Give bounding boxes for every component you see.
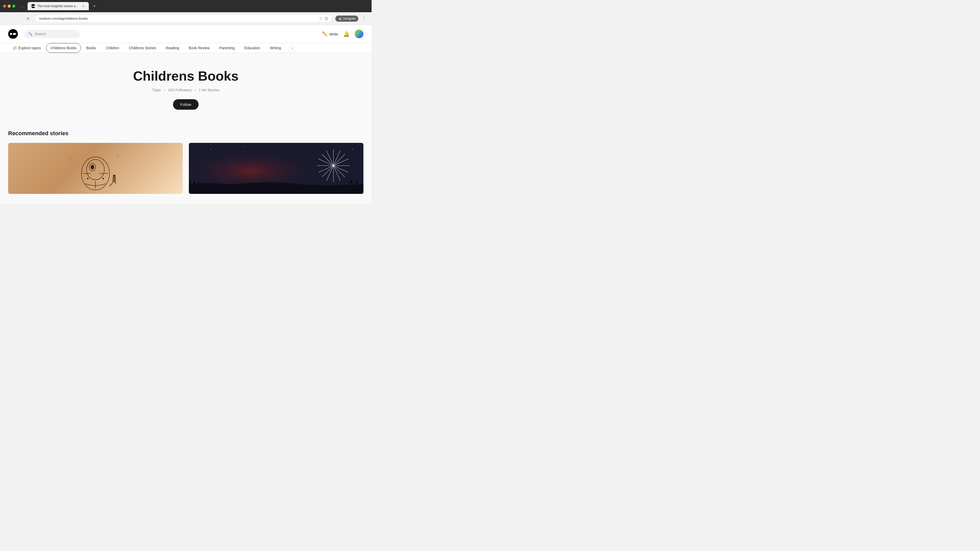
svg-point-4 [91, 165, 94, 169]
svg-point-9 [103, 178, 103, 179]
tab-favicon [31, 4, 35, 8]
reload-icon: ↻ [27, 17, 30, 21]
topic-chip-childrens-books[interactable]: Childrens Books [46, 43, 81, 53]
search-bar[interactable]: 🔍 Search [24, 30, 80, 38]
search-icon: 🔍 [28, 32, 32, 36]
svg-point-17 [210, 149, 211, 150]
explore-topics-chip[interactable]: 🧭 Explore topics [8, 43, 45, 53]
profile-icon[interactable]: ⊡ [325, 16, 328, 21]
medium-header: 🔍 Search ✏️ Write 🔔 [0, 25, 372, 43]
header-actions: ✏️ Write 🔔 [322, 30, 363, 38]
topic-label-childrens-books: Childrens Books [51, 46, 76, 50]
topic-label-writing: Writing [270, 46, 281, 50]
topic-chip-writing[interactable]: Writing [266, 43, 285, 53]
new-tab-button[interactable]: + [91, 3, 98, 10]
tab-switcher-button[interactable]: ⌄ [19, 3, 25, 9]
forward-icon: → [16, 17, 20, 21]
write-button[interactable]: ✏️ Write [322, 31, 338, 37]
recommended-section: Recommended stories [0, 120, 372, 204]
svg-point-20 [270, 157, 271, 158]
logo-dot-icon [10, 33, 12, 35]
topic-chip-parenting[interactable]: Parenting [215, 43, 239, 53]
topic-chip-reading[interactable]: Reading [162, 43, 183, 53]
close-window-button[interactable] [3, 5, 6, 8]
topic-label-children: Children [106, 46, 119, 50]
recommended-section-title: Recommended stories [8, 130, 363, 137]
svg-point-12 [68, 160, 69, 161]
url-text: medium.com/tag/childrens-books [39, 17, 317, 21]
topic-label-parenting: Parenting [219, 46, 234, 50]
forward-button[interactable]: → [14, 15, 21, 22]
incognito-label: Incognito [343, 17, 356, 21]
meta-separator-2 [195, 89, 196, 90]
follow-button[interactable]: Follow [173, 99, 198, 110]
svg-point-23 [298, 152, 298, 152]
topics-scroll-right-button[interactable]: › [288, 44, 297, 52]
story-card-2[interactable] [189, 143, 363, 194]
topic-label-childrens-stories: Childrens Stories [129, 46, 156, 50]
svg-point-19 [243, 146, 244, 147]
topic-chip-book-review[interactable]: Book Review [185, 43, 214, 53]
browser-chrome: ⌄ The most insightful stories abo... ✕ +… [0, 0, 372, 25]
topic-chip-children[interactable]: Children [102, 43, 124, 53]
topic-label-education: Education [244, 46, 260, 50]
svg-point-8 [87, 178, 88, 179]
avatar[interactable] [355, 30, 363, 38]
hero-section: Childrens Books Topic 183 Followers 7.4K… [0, 53, 372, 120]
reload-button[interactable]: ↻ [24, 15, 32, 22]
back-icon: ← [6, 17, 10, 21]
medium-favicon-icon [31, 4, 35, 8]
incognito-icon: 🕵 [338, 17, 342, 21]
medium-logo-inner [10, 33, 16, 35]
meta-stories: 7.4K Stories [199, 88, 220, 92]
maximize-window-button[interactable] [12, 5, 15, 8]
write-icon: ✏️ [322, 31, 328, 37]
svg-point-14 [117, 158, 118, 159]
svg-point-10 [70, 158, 70, 159]
address-bar: ← → ↻ medium.com/tag/childrens-books ☆ ⊡… [0, 12, 372, 25]
hero-meta: Topic 183 Followers 7.4K Stories [8, 88, 363, 92]
svg-point-44 [333, 165, 334, 166]
address-action-icons: ☆ ⊡ [319, 16, 328, 21]
active-tab[interactable]: The most insightful stories abo... ✕ [27, 2, 89, 10]
svg-point-13 [118, 156, 119, 156]
bookmark-icon[interactable]: ☆ [319, 16, 323, 21]
svg-point-11 [71, 159, 72, 160]
meta-followers: 183 Followers [168, 88, 192, 92]
minimize-window-button[interactable] [8, 5, 11, 8]
title-bar: ⌄ The most insightful stories abo... ✕ + [0, 0, 372, 12]
more-button[interactable]: ⋮ [360, 15, 368, 22]
medium-dot-icon [32, 6, 33, 7]
svg-point-22 [257, 182, 257, 183]
topic-chip-childrens-stories[interactable]: Childrens Stories [124, 43, 161, 53]
topic-chip-books[interactable]: Books [82, 43, 100, 53]
topic-chip-education[interactable]: Education [240, 43, 264, 53]
notification-button[interactable]: 🔔 [343, 31, 350, 37]
page-content: 🔍 Search ✏️ Write 🔔 🧭 Explore topics Chi… [0, 25, 372, 204]
topics-bar: 🧭 Explore topics Childrens Books Books C… [0, 43, 372, 53]
hero-title: Childrens Books [8, 68, 363, 84]
bell-icon: 🔔 [343, 31, 350, 37]
browser-actions: 🕵 Incognito ⋮ [335, 15, 368, 22]
medium-logo-mini [32, 6, 35, 7]
logo-oval-icon [13, 33, 16, 35]
topic-label-book-review: Book Review [189, 46, 210, 50]
svg-point-25 [352, 149, 353, 150]
medium-oval-icon [33, 6, 35, 7]
story-card-1[interactable] [8, 143, 183, 194]
tab-close-button[interactable]: ✕ [81, 4, 85, 8]
sketch-illustration [57, 145, 134, 191]
tab-title: The most insightful stories abo... [37, 4, 79, 8]
compass-icon: 🧭 [13, 46, 17, 50]
back-button[interactable]: ← [4, 15, 11, 22]
svg-point-2 [86, 159, 104, 180]
stories-grid [8, 143, 363, 194]
topic-label-reading: Reading [166, 46, 179, 50]
meta-type: Topic [152, 88, 161, 92]
meta-separator-1 [164, 89, 165, 90]
incognito-badge[interactable]: 🕵 Incognito [335, 16, 358, 22]
address-input[interactable]: medium.com/tag/childrens-books ☆ ⊡ [35, 14, 332, 23]
write-label: Write [329, 32, 338, 36]
more-icon: ⋮ [362, 16, 366, 21]
medium-logo[interactable] [8, 29, 18, 39]
